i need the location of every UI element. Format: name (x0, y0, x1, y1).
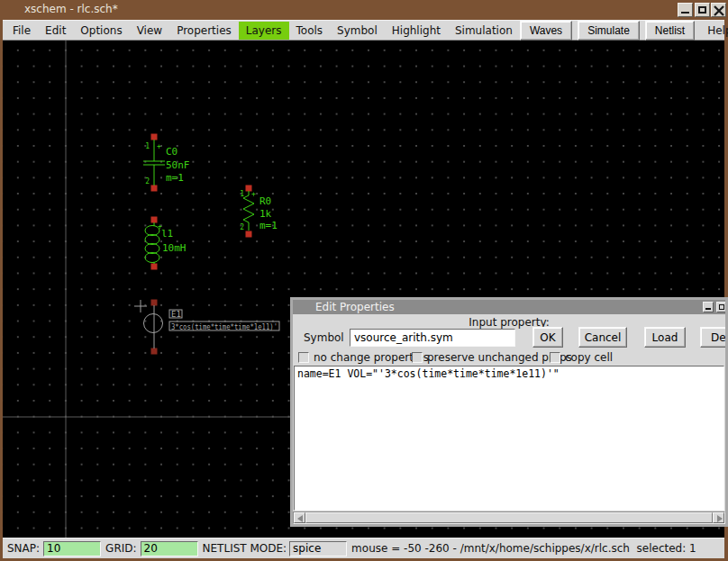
scroll-right-button[interactable] (713, 512, 724, 523)
svg-text:1: 1 (240, 190, 244, 198)
menubar: File Edit Options View Properties Layers… (3, 20, 724, 41)
resistor-symbol[interactable]: 1 + 2 R0 1k m=1 (240, 185, 278, 238)
snap-input[interactable] (43, 541, 101, 556)
pin-square (151, 264, 158, 270)
dialog-maximize-button[interactable] (716, 302, 727, 312)
capacitor-value: 50nF (166, 159, 190, 171)
svg-text:+: + (251, 190, 256, 198)
netlist-mode-label: NETLIST MODE: (203, 542, 287, 555)
pin-square (246, 231, 252, 238)
scroll-right-icon (717, 515, 723, 522)
copy-cell-checkbox[interactable] (550, 352, 560, 363)
menu-highlight[interactable]: Highlight (385, 22, 448, 40)
close-button[interactable] (711, 3, 726, 17)
scroll-left-icon (297, 515, 303, 522)
plus-polarity-mark (134, 300, 147, 312)
svg-text:1: 1 (145, 142, 150, 150)
menu-edit[interactable]: Edit (38, 22, 73, 40)
pin-square (151, 300, 158, 306)
pin-square (151, 185, 158, 192)
inductor-name: l1 (161, 228, 173, 240)
xschem-window: xschem - rlc.sch* File Edit Options View… (0, 0, 728, 561)
svg-text:2: 2 (240, 223, 244, 231)
load-button[interactable]: Load (644, 327, 686, 348)
menu-layers[interactable]: Layers (239, 22, 289, 40)
dialog-title: Edit Properties (315, 301, 395, 313)
waves-button[interactable]: Waves (520, 21, 572, 41)
statusbar: SNAP: GRID: NETLIST MODE: mouse = -50 -2… (3, 538, 724, 558)
symbol-label: Symbol (304, 331, 344, 344)
dialog-body: Input property: Symbol OK Cancel Load De… (293, 314, 725, 524)
menu-symbol[interactable]: Symbol (330, 22, 385, 40)
netlist-button[interactable]: Netlist (645, 21, 695, 41)
scrollbar-thumb[interactable] (305, 512, 713, 523)
menu-properties[interactable]: Properties (169, 22, 239, 40)
vsource-symbol-selected[interactable]: E1 3*cos(time*time*time*1e11)' (134, 300, 279, 355)
capacitor-name: C0 (166, 146, 177, 158)
pin-square (151, 134, 158, 140)
copy-cell-label: copy cell (565, 351, 613, 364)
vsource-name: E1 (171, 310, 181, 319)
capacitor-symbol[interactable]: 1 + 2 C0 50nF m=1 (143, 134, 190, 192)
resistor-name: R0 (259, 195, 271, 207)
edit-properties-dialog: Edit Properties Input property: Symbol O… (290, 297, 728, 527)
maximize-icon (698, 6, 706, 14)
pin-square (151, 348, 158, 355)
menu-tools[interactable]: Tools (289, 22, 331, 40)
mouse-coordinates-status: mouse = -50 -260 - /mnt/x/home/schippes/… (351, 542, 696, 555)
window-title: xschem - rlc.sch* (24, 3, 118, 15)
inductor-symbol[interactable]: + l1 10mH (145, 217, 187, 270)
svg-text:+: + (157, 142, 161, 150)
checkbox-row-copy-cell: copy cell (550, 351, 613, 364)
ok-button[interactable]: OK (532, 327, 563, 348)
checkbox-row-preserve: preserve unchanged props (412, 351, 572, 364)
preserve-unchanged-props-checkbox[interactable] (412, 352, 423, 363)
dialog-h-scrollbar[interactable] (293, 511, 725, 524)
checkbox-row-no-change: no change properties (298, 351, 429, 364)
symbol-input[interactable] (350, 329, 515, 347)
resistor-mult: m=1 (259, 220, 278, 231)
dialog-titlebar[interactable]: Edit Properties (293, 300, 725, 314)
property-textarea[interactable]: name=E1 VOL="'3*cos(time*time*time*1e11)… (294, 366, 724, 511)
minimize-icon (705, 308, 711, 310)
scroll-left-button[interactable] (294, 512, 305, 523)
resistor-value: 1k (259, 208, 272, 220)
minimize-icon (681, 12, 689, 14)
inductor-value: 10mH (162, 242, 187, 254)
close-icon (714, 5, 724, 16)
netlist-mode-input[interactable] (289, 541, 347, 556)
capacitor-mult: m=1 (166, 172, 184, 184)
menu-view[interactable]: View (130, 22, 169, 40)
maximize-button[interactable] (695, 3, 710, 17)
delete-button[interactable]: Del (700, 327, 728, 348)
grid-input[interactable] (141, 541, 198, 556)
menu-options[interactable]: Options (73, 22, 129, 40)
menu-help[interactable]: Help (700, 22, 728, 40)
menu-file[interactable]: File (5, 22, 38, 40)
window-titlebar[interactable]: xschem - rlc.sch* (0, 0, 728, 20)
menu-simulation[interactable]: Simulation (448, 22, 520, 40)
maximize-icon (719, 304, 724, 310)
minimize-button[interactable] (678, 3, 693, 17)
snap-label: SNAP: (7, 542, 40, 555)
dialog-minimize-button[interactable] (703, 302, 714, 312)
svg-text:2: 2 (145, 177, 150, 185)
no-change-properties-checkbox[interactable] (298, 352, 309, 363)
pin-square (151, 217, 158, 223)
cancel-button[interactable]: Cancel (578, 327, 627, 348)
grid-label: GRID: (105, 542, 136, 555)
menubar-right-group: Waves Simulate Netlist Help (520, 21, 728, 41)
vsource-value: 3*cos(time*time*time*1e11)' (171, 322, 278, 331)
simulate-button[interactable]: Simulate (578, 21, 640, 41)
